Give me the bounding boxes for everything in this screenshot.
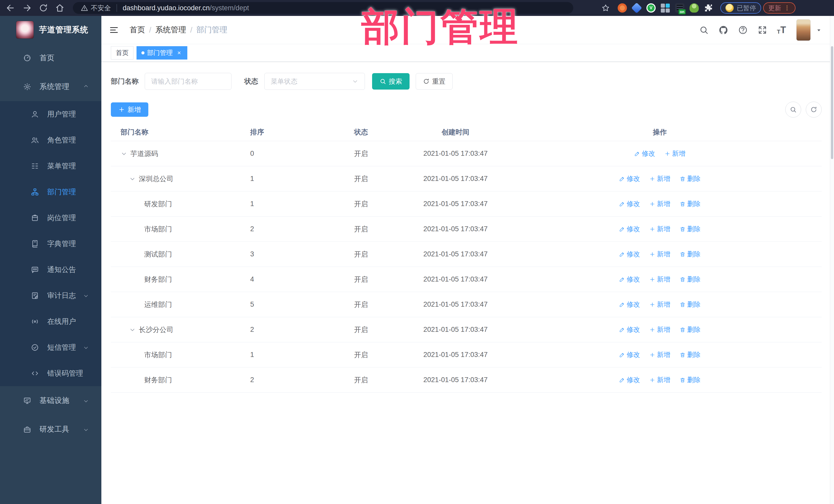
delete-link[interactable]: 删除	[680, 199, 701, 209]
scrollbar-thumb[interactable]	[831, 46, 833, 159]
extension-icon-tabs-on[interactable]: on	[675, 3, 684, 13]
sidebar-item-研发工具[interactable]: 研发工具	[0, 415, 101, 444]
action-label: 修改	[627, 300, 640, 309]
users-icon	[31, 136, 39, 144]
url-host[interactable]: dashboard.yudao.iocoder.cn	[123, 4, 210, 12]
user-avatar[interactable]	[796, 19, 811, 41]
delete-link[interactable]: 删除	[680, 250, 701, 259]
sidebar-item-菜单管理[interactable]: 菜单管理	[0, 153, 101, 179]
search-icon[interactable]	[699, 25, 709, 35]
edit-link[interactable]: 修改	[619, 250, 640, 259]
add-link[interactable]: 新增	[649, 199, 670, 209]
delete-link[interactable]: 删除	[680, 275, 701, 284]
url-path[interactable]: /system/dept	[210, 4, 249, 12]
close-icon[interactable]: ×	[176, 49, 182, 57]
home-icon[interactable]	[55, 3, 65, 13]
delete-link[interactable]: 删除	[680, 174, 701, 183]
delete-link[interactable]: 删除	[680, 325, 701, 334]
cell-created-time: 2021-01-05 17:03:47	[413, 275, 498, 283]
sidebar-item-用户管理[interactable]: 用户管理	[0, 101, 101, 127]
extension-icon-grid[interactable]	[661, 3, 670, 13]
browser-update-button[interactable]: 更新	[763, 2, 795, 14]
extension-icon-green-person[interactable]	[689, 3, 699, 13]
sidebar-item-角色管理[interactable]: 角色管理	[0, 127, 101, 153]
tag-首页[interactable]: 首页	[111, 46, 133, 60]
sidebar-item-label: 研发工具	[40, 424, 69, 435]
forward-icon[interactable]	[22, 3, 32, 13]
edit-link[interactable]: 修改	[619, 174, 640, 183]
add-link[interactable]: 新增	[649, 350, 670, 359]
hamburger-icon[interactable]	[109, 25, 119, 35]
breadcrumb-system[interactable]: 系统管理	[155, 25, 186, 35]
edit-link[interactable]: 修改	[634, 149, 655, 158]
edit-link[interactable]: 修改	[619, 199, 640, 209]
edit-link[interactable]: 修改	[619, 325, 640, 334]
add-button[interactable]: 新增	[111, 103, 148, 117]
cell-sort: 2	[250, 225, 354, 233]
delete-link[interactable]: 删除	[680, 224, 701, 234]
cell-sort: 1	[250, 175, 354, 183]
sidebar-item-部门管理[interactable]: 部门管理	[0, 179, 101, 205]
fullscreen-icon[interactable]	[758, 25, 767, 35]
search-button[interactable]: 搜索	[372, 73, 410, 90]
toggle-search-button[interactable]	[785, 102, 801, 117]
security-label[interactable]: 不安全	[91, 4, 111, 13]
add-link[interactable]: 新增	[664, 149, 685, 158]
add-link[interactable]: 新增	[649, 325, 670, 334]
edit-link[interactable]: 修改	[619, 224, 640, 234]
edit-link[interactable]: 修改	[619, 275, 640, 284]
reload-icon[interactable]	[39, 3, 48, 13]
status-select[interactable]: 菜单状态	[264, 73, 365, 90]
breadcrumb-home[interactable]: 首页	[130, 25, 145, 35]
browser-menu-icon[interactable]	[784, 5, 790, 11]
bookmark-star-icon[interactable]	[601, 4, 610, 12]
sidebar-item-通知公告[interactable]: 通知公告	[0, 257, 101, 283]
refresh-button[interactable]	[806, 102, 822, 117]
chevron-down-icon	[83, 426, 89, 432]
edit-link[interactable]: 修改	[619, 300, 640, 309]
extension-icon-gem[interactable]	[632, 3, 641, 13]
dept-name-input[interactable]	[145, 73, 232, 90]
sidebar-item-首页[interactable]: 首页	[0, 44, 101, 72]
chevron-down-icon[interactable]	[815, 26, 822, 34]
tag-部门管理[interactable]: 部门管理×	[136, 46, 187, 60]
reset-button[interactable]: 重置	[416, 73, 453, 90]
address-divider	[116, 4, 117, 12]
back-icon[interactable]	[6, 3, 15, 13]
font-size-icon[interactable]: TT	[777, 25, 786, 35]
dept-name-text: 运维部门	[144, 300, 172, 309]
add-link[interactable]: 新增	[649, 174, 670, 183]
address-bar[interactable]: 不安全 dashboard.yudao.iocoder.cn/system/de…	[73, 2, 573, 14]
sidebar-item-系统管理[interactable]: 系统管理	[0, 72, 101, 101]
expand-chevron-icon[interactable]	[129, 176, 136, 182]
page-scrollbar[interactable]	[830, 16, 834, 504]
action-label: 新增	[657, 325, 670, 334]
extension-icon-orange[interactable]	[618, 3, 627, 13]
edit-link[interactable]: 修改	[619, 375, 640, 385]
sidebar-item-岗位管理[interactable]: 岗位管理	[0, 205, 101, 231]
sidebar-item-审计日志[interactable]: 审计日志	[0, 283, 101, 308]
extensions-puzzle-icon[interactable]	[704, 3, 713, 13]
delete-link[interactable]: 删除	[680, 375, 701, 385]
delete-link[interactable]: 删除	[680, 350, 701, 359]
sidebar-item-在线用户[interactable]: 在线用户	[0, 308, 101, 334]
sidebar-item-基础设施[interactable]: 基础设施	[0, 386, 101, 415]
add-link[interactable]: 新增	[649, 224, 670, 234]
action-label: 新增	[657, 300, 670, 309]
edit-link[interactable]: 修改	[619, 350, 640, 359]
help-icon[interactable]	[738, 25, 748, 35]
add-link[interactable]: 新增	[649, 300, 670, 309]
expand-chevron-icon[interactable]	[129, 326, 136, 333]
sidebar-item-字典管理[interactable]: 字典管理	[0, 231, 101, 257]
table-header: 部门名称 排序 状态 创建时间 操作	[111, 123, 822, 141]
github-icon[interactable]	[719, 25, 728, 35]
extension-icon-green-v[interactable]: V	[646, 3, 656, 13]
add-link[interactable]: 新增	[649, 275, 670, 284]
expand-chevron-icon[interactable]	[120, 150, 127, 157]
sidebar-item-错误码管理[interactable]: 错误码管理	[0, 360, 101, 386]
sidebar-item-短信管理[interactable]: 短信管理	[0, 334, 101, 360]
add-link[interactable]: 新增	[649, 250, 670, 259]
browser-profile-chip[interactable]: 已暂停	[720, 2, 761, 14]
add-link[interactable]: 新增	[649, 375, 670, 385]
delete-link[interactable]: 删除	[680, 300, 701, 309]
